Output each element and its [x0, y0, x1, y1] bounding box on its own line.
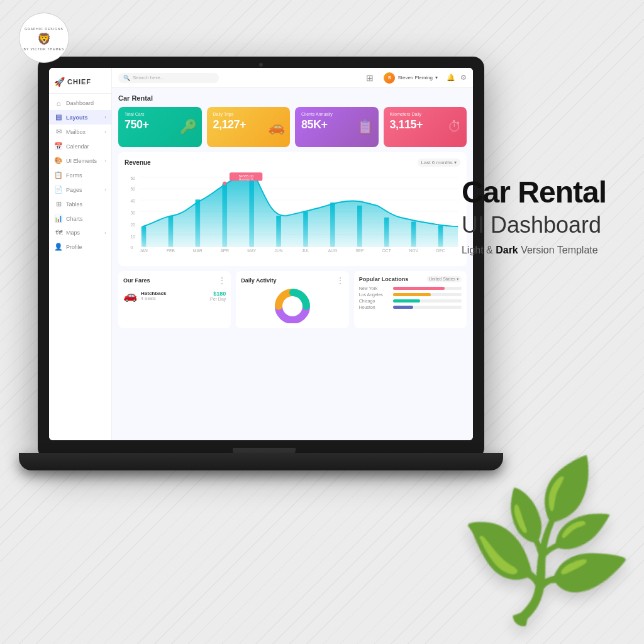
page-title: Car Rental [118, 94, 467, 102]
sidebar-item-profile[interactable]: 👤 Profile [49, 240, 111, 254]
sidebar-item-layouts[interactable]: ▤ Layouts › [49, 110, 111, 125]
svg-text:60: 60 [131, 176, 136, 180]
stat-card-clients: Clients Annually 85K+ 📋 [295, 107, 379, 147]
maps-icon: 🗺 [54, 229, 63, 236]
stat-icon-km: ⏱ [448, 119, 462, 135]
locations-header: Popular Locations United States ▾ [359, 276, 462, 282]
sidebar-label-layouts: Layouts [66, 114, 101, 121]
tables-icon: ⊞ [54, 200, 63, 208]
sidebar-logo-icon: 🚀 [54, 77, 65, 87]
sidebar-label-calendar: Calendar [66, 143, 106, 150]
user-avatar: S [384, 72, 395, 84]
ui-elements-arrow-icon: › [104, 158, 106, 164]
bell-icon[interactable]: 🔔 [447, 74, 455, 82]
our-fares-card: Our Fares ⋮ 🚗 Hatchback 4 Seats [118, 271, 231, 328]
sidebar-item-mailbox[interactable]: ✉ Mailbox › [49, 125, 111, 139]
sidebar-item-dashboard[interactable]: ⌂ Dashboard [49, 96, 111, 110]
locations-filter[interactable]: United States ▾ [426, 276, 462, 282]
sidebar-item-calendar[interactable]: 📅 Calendar [49, 139, 111, 153]
settings-icon[interactable]: ⚙ [460, 74, 467, 82]
activity-menu-icon[interactable]: ⋮ [336, 276, 344, 285]
stat-card-total-cars: Total Cars 750+ 🔑 [118, 107, 202, 147]
laptop-bezel: 🚀 CHIEF ⌂ Dashboard ▤ Layouts › ✉ Mai [38, 57, 484, 459]
svg-text:20: 20 [131, 223, 136, 227]
promo-desc-part1: Light & [462, 245, 496, 255]
nav-grid-icon[interactable]: ⊞ [366, 73, 374, 83]
stat-card-km: Kilometers Daily 3,115+ ⏱ [384, 107, 467, 147]
svg-text:40: 40 [131, 199, 136, 203]
promo-description: Light & Dark Version Template [462, 245, 606, 256]
svg-text:Hovered %: Hovered % [239, 178, 254, 181]
location-label-chicago: Chicago [359, 299, 391, 303]
sidebar-item-maps[interactable]: 🗺 Maps › [49, 226, 111, 240]
location-bg-chicago [393, 299, 462, 303]
bottom-cards-row: Our Fares ⋮ 🚗 Hatchback 4 Seats [118, 271, 467, 328]
sidebar-label-charts: Charts [66, 216, 106, 222]
main-content: 🔍 Search here... ⊞ S Steven Fleming ▾ 🔔 … [112, 68, 473, 440]
svg-text:NOV: NOV [409, 248, 418, 253]
forms-icon: 📋 [54, 171, 63, 179]
sidebar-label-tables: Tables [66, 201, 106, 208]
sidebar-label-dashboard: Dashboard [66, 100, 106, 106]
nav-user-info[interactable]: S Steven Fleming ▾ [384, 72, 438, 84]
svg-rect-15 [169, 216, 174, 247]
svg-rect-18 [249, 179, 254, 247]
chart-filter[interactable]: Last 6 months ▾ [418, 158, 460, 167]
brand-logo: GRAPHIC DESIGNS 🦁 BY VICTOR THEMES [19, 13, 69, 63]
sidebar-item-forms[interactable]: 📋 Forms [49, 168, 111, 182]
promo-desc-bold: Dark [496, 245, 518, 255]
svg-text:SEP: SEP [355, 248, 364, 253]
svg-text:MAY: MAY [247, 248, 256, 253]
svg-rect-22 [357, 206, 362, 247]
activity-header: Daily Activity ⋮ [241, 276, 343, 285]
fare-price-unit: Per Day [210, 297, 226, 301]
location-label-newyork: New York [359, 286, 391, 291]
laptop-screen: 🚀 CHIEF ⌂ Dashboard ▤ Layouts › ✉ Mai [49, 68, 473, 440]
mailbox-icon: ✉ [54, 128, 63, 136]
location-bars: New York Los Angeles [359, 285, 462, 313]
location-bar-la: Los Angeles [359, 292, 462, 297]
location-bg-la [393, 293, 462, 296]
revenue-chart: 60 50 40 30 20 10 0 [125, 170, 460, 260]
location-fill-newyork [393, 287, 445, 290]
location-bg-newyork [393, 287, 462, 290]
search-box[interactable]: 🔍 Search here... [118, 73, 219, 83]
layouts-arrow-icon: › [104, 114, 106, 120]
location-bg-houston [393, 306, 462, 309]
fare-seats: 4 Seats [141, 296, 166, 301]
svg-rect-24 [411, 221, 416, 247]
dashboard-app: 🚀 CHIEF ⌂ Dashboard ▤ Layouts › ✉ Mai [49, 68, 473, 440]
fares-menu-icon[interactable]: ⋮ [218, 276, 226, 285]
laptop-camera [259, 63, 263, 67]
calendar-icon: 📅 [54, 142, 63, 150]
chart-title: Revenue [125, 159, 151, 166]
location-fill-chicago [393, 299, 421, 303]
sidebar-item-pages[interactable]: 📄 Pages › [49, 182, 111, 197]
stat-label-km: Kilometers Daily [390, 112, 461, 116]
svg-rect-21 [330, 203, 335, 247]
pages-arrow-icon: › [104, 187, 106, 192]
stat-card-daily-trips: Daily Trips 2,127+ 🚗 [207, 107, 291, 147]
layouts-icon: ▤ [54, 113, 63, 121]
search-icon: 🔍 [123, 75, 130, 81]
fare-car-type: Hatchback [141, 291, 166, 296]
location-bar-chicago: Chicago [359, 299, 462, 303]
sidebar-item-ui-elements[interactable]: 🎨 UI Elements › [49, 153, 111, 168]
svg-text:FEB: FEB [167, 248, 175, 253]
fare-price-value: $180 [210, 291, 226, 297]
svg-text:30: 30 [131, 211, 136, 215]
revenue-svg: 60 50 40 30 20 10 0 [125, 170, 460, 258]
svg-text:OCT: OCT [382, 248, 391, 253]
sidebar-label-mailbox: Mailbox [66, 129, 101, 135]
sidebar-item-charts[interactable]: 📊 Charts [49, 211, 111, 226]
sidebar-label-ui-elements: UI Elements [66, 158, 101, 164]
sidebar-label-pages: Pages [66, 187, 101, 193]
activity-title: Daily Activity [241, 277, 276, 284]
fares-title: Our Fares [123, 277, 150, 284]
promo-title-line1: Car Rental [462, 176, 606, 209]
svg-point-29 [223, 182, 226, 186]
revenue-chart-section: Revenue Last 6 months ▾ 60 50 40 30 [118, 152, 467, 266]
popular-locations-card: Popular Locations United States ▾ New Yo… [354, 271, 467, 328]
laptop-base [19, 453, 503, 470]
sidebar-item-tables[interactable]: ⊞ Tables [49, 197, 111, 211]
